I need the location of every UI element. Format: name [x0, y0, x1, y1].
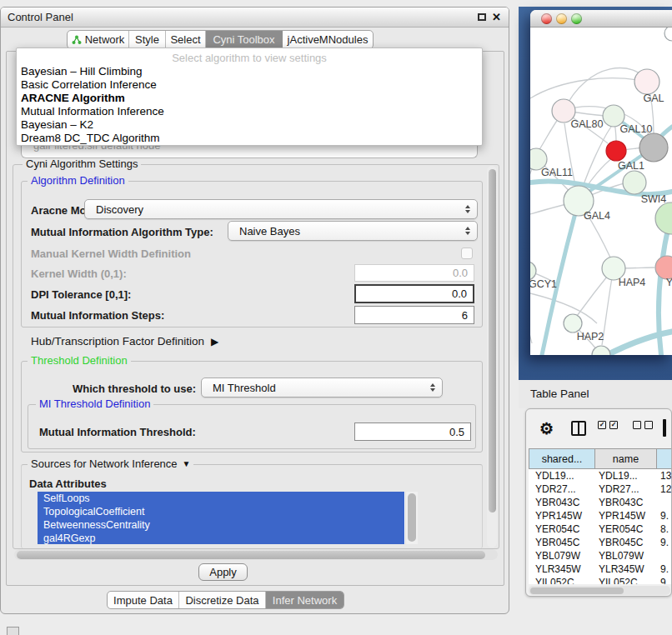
- network-node[interactable]: [664, 28, 672, 41]
- which-threshold-combo[interactable]: MI Threshold: [201, 378, 443, 398]
- tab-label: Impute Data: [113, 594, 173, 607]
- attribute-item[interactable]: gal4RGexp: [38, 532, 404, 544]
- table-horizontal-scrollbar-thumb[interactable]: [530, 588, 624, 594]
- tab-style[interactable]: Style: [129, 31, 166, 48]
- tab-infer-network[interactable]: Infer Network: [266, 592, 344, 608]
- split-columns-icon[interactable]: [571, 421, 586, 436]
- document-icon[interactable]: [663, 421, 666, 436]
- table-row[interactable]: YIL052CYIL052C9.: [529, 576, 672, 584]
- attributes-scrollbar-thumb[interactable]: [408, 493, 416, 542]
- network-node[interactable]: [639, 133, 668, 162]
- threshold-definition-title: Threshold Definition: [28, 355, 131, 367]
- zoom-window-icon[interactable]: [571, 13, 582, 24]
- table-panel-header: Table Panel: [519, 380, 672, 408]
- tab-network[interactable]: Network: [68, 31, 129, 48]
- network-node-y[interactable]: [655, 256, 672, 279]
- attribute-item[interactable]: BetweennessCentrality: [38, 518, 404, 532]
- table-row[interactable]: YDL19...YDL19...13: [529, 469, 672, 482]
- network-window-titlebar: [530, 10, 672, 28]
- network-node[interactable]: [606, 141, 626, 161]
- settings-vertical-scrollbar[interactable]: [487, 166, 497, 548]
- column-header-clipped[interactable]: [656, 448, 672, 469]
- table-row[interactable]: YBR045CYBR045C9.: [529, 536, 672, 549]
- aracne-mode-combo[interactable]: Discovery: [84, 199, 478, 219]
- column-header-name[interactable]: name: [594, 448, 656, 469]
- algorithm-option[interactable]: ARACNE Algorithm: [21, 92, 478, 105]
- close-panel-icon[interactable]: ✕: [492, 11, 501, 23]
- algorithm-definition-title: Algorithm Definition: [28, 175, 128, 187]
- network-node-hap2[interactable]: [564, 314, 582, 332]
- attribute-item[interactable]: SelfLoops: [38, 492, 404, 505]
- network-canvas[interactable]: GALGAL80GAL10GAL11GAL1GAL4SWI4GCY1HAP4YH…: [530, 28, 672, 355]
- mi-threshold-field[interactable]: 0.5: [354, 422, 471, 441]
- kernel-width-value: 0.0: [453, 267, 468, 279]
- network-node-gal1[interactable]: [623, 171, 646, 194]
- table-row[interactable]: YLR345WYLR345W9.: [529, 562, 672, 576]
- sources-title[interactable]: Sources for Network Inference▼: [28, 458, 193, 470]
- network-node-label: GAL80: [571, 118, 604, 130]
- settings-vertical-scrollbar-thumb[interactable]: [489, 169, 496, 512]
- tab-label: Discretize Data: [185, 594, 258, 607]
- table-panel-window: ⚙ ✓ ✓ shared... name YDL19...YDL19...13Y…: [525, 408, 672, 597]
- algorithm-option[interactable]: Mutual Information Inference: [21, 105, 478, 118]
- unchecked-boxes-icon[interactable]: [633, 421, 653, 429]
- inference-source-combo-partial[interactable]: galFiltered.sif default node: [21, 146, 478, 158]
- dpi-tolerance-value: 0.0: [452, 288, 467, 300]
- algorithm-option[interactable]: Bayesian – K2: [21, 118, 478, 132]
- table-cell: YBR043C: [599, 496, 643, 509]
- tab-select[interactable]: Select: [166, 31, 206, 48]
- settings-horizontal-scrollbar-thumb[interactable]: [17, 551, 485, 559]
- table-row[interactable]: YPR145WYPR145W9.: [529, 509, 672, 522]
- tab-jactivemnodules[interactable]: jActiveMNodules: [283, 31, 373, 48]
- network-node-label: GAL10: [620, 123, 653, 135]
- kernel-width-field[interactable]: 0.0: [354, 264, 474, 282]
- manual-kernel-width-checkbox[interactable]: [461, 248, 473, 259]
- float-panel-icon[interactable]: [478, 13, 486, 21]
- inference-source-combo-text: galFiltered.sif default node: [33, 146, 160, 152]
- cyni-bottom-tabbar: Impute Data Discretize Data Infer Networ…: [107, 591, 344, 609]
- table-cell: YBR045C: [535, 536, 579, 549]
- manual-kernel-width-label: Manual Kernel Width Definition: [31, 248, 191, 261]
- table-panel-title: Table Panel: [530, 388, 589, 400]
- data-attributes-list[interactable]: SelfLoopsTopologicalCoefficientBetweenne…: [38, 492, 418, 544]
- network-node-label: GAL4: [584, 210, 610, 222]
- attribute-item[interactable]: TopologicalCoefficient: [38, 505, 404, 518]
- algorithm-option[interactable]: Dream8 DC_TDC Algorithm: [21, 132, 478, 145]
- tab-label: jActiveMNodules: [288, 33, 369, 46]
- table-cell: 9.: [660, 576, 669, 584]
- table-row[interactable]: YDR27...YDR27...12: [529, 482, 672, 496]
- attributes-scrollbar[interactable]: [405, 492, 418, 544]
- algorithm-option[interactable]: Bayesian – Hill Climbing: [21, 65, 478, 78]
- hub-transcription-factor-expander[interactable]: Hub/Transcription Factor Definition▶: [31, 335, 218, 348]
- network-node-swi4[interactable]: [655, 202, 672, 234]
- table-cell: YER054C: [535, 522, 579, 536]
- gear-icon[interactable]: ⚙: [539, 421, 554, 438]
- apply-button[interactable]: Apply: [198, 563, 248, 581]
- desktop: Control Panel ✕ Network Style Select: [0, 0, 672, 635]
- tab-discretize-data[interactable]: Discretize Data: [179, 592, 266, 608]
- expander-expanded-icon: ▼: [183, 458, 191, 470]
- network-node-label: GAL11: [541, 167, 573, 178]
- table-row[interactable]: YBL079WYBL079W: [529, 549, 672, 562]
- table-cell: 12: [660, 482, 671, 496]
- checked-boxes-icon[interactable]: ✓ ✓: [598, 421, 618, 429]
- mi-steps-field[interactable]: 6: [354, 306, 474, 324]
- network-node-gal[interactable]: [634, 69, 659, 94]
- table-row[interactable]: YBR043CYBR043C: [529, 496, 672, 509]
- dpi-tolerance-field[interactable]: 0.0: [354, 284, 474, 303]
- mi-algorithm-type-label: Mutual Information Algorithm Type:: [31, 226, 213, 239]
- tab-impute-data[interactable]: Impute Data: [108, 592, 179, 608]
- collapsed-panel-grip[interactable]: [7, 627, 19, 635]
- network-view-window: GALGAL80GAL10GAL11GAL1GAL4SWI4GCY1HAP4YH…: [530, 10, 672, 355]
- table-cell: 8.: [660, 522, 669, 536]
- mi-algorithm-type-combo[interactable]: Naive Bayes: [228, 221, 478, 241]
- network-node-gcy1[interactable]: [530, 262, 536, 280]
- column-header-shared[interactable]: shared...: [529, 448, 594, 469]
- settings-horizontal-scrollbar[interactable]: [14, 549, 498, 560]
- tab-cyni-toolbox[interactable]: Cyni Toolbox: [206, 31, 283, 48]
- minimize-window-icon[interactable]: [556, 13, 567, 24]
- close-window-icon[interactable]: [541, 13, 552, 24]
- table-horizontal-scrollbar[interactable]: [529, 586, 670, 595]
- algorithm-option[interactable]: Basic Correlation Inference: [21, 78, 478, 92]
- table-row[interactable]: YER054CYER054C8.: [529, 522, 672, 536]
